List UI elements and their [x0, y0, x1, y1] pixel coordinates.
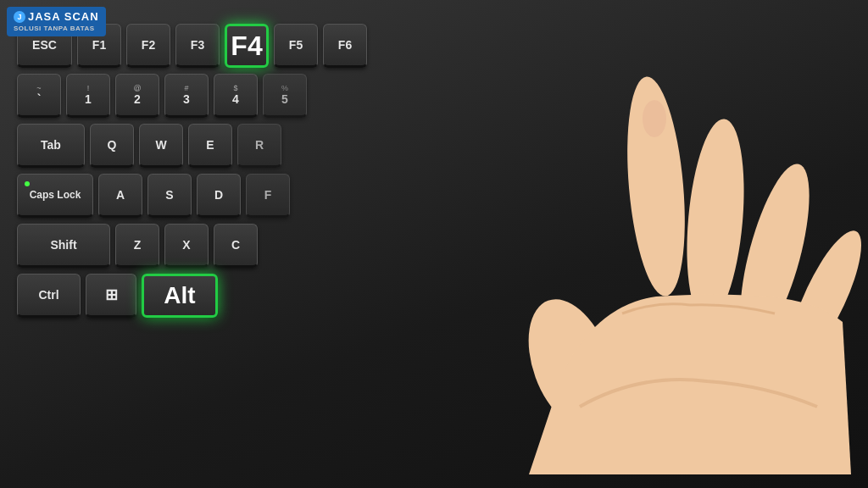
key-5[interactable]: % 5: [263, 74, 307, 118]
key-tilde[interactable]: ~ `: [17, 74, 61, 118]
key-tab[interactable]: Tab: [17, 124, 85, 168]
key-2[interactable]: @ 2: [115, 74, 159, 118]
key-f[interactable]: F: [246, 174, 290, 218]
ctrl-row: Ctrl ⊞ Alt: [17, 274, 851, 318]
key-ctrl[interactable]: Ctrl: [17, 274, 81, 318]
key-a[interactable]: A: [98, 174, 142, 218]
key-f2[interactable]: F2: [126, 24, 170, 68]
number-row: ~ ` ! 1 @ 2 # 3 $ 4 % 5: [17, 74, 851, 118]
key-r[interactable]: R: [237, 124, 281, 168]
key-x[interactable]: X: [164, 224, 209, 268]
key-w[interactable]: W: [139, 124, 183, 168]
key-c[interactable]: C: [214, 224, 258, 268]
key-f4[interactable]: F4: [225, 24, 269, 68]
key-win[interactable]: ⊞: [86, 274, 136, 318]
svg-point-0: [563, 305, 834, 474]
caps-lock-indicator: [25, 181, 30, 186]
key-1[interactable]: ! 1: [66, 74, 110, 118]
logo-sub: SOLUSI TANPA BATAS: [14, 25, 99, 33]
keyboard-background: J JASA SCAN SOLUSI TANPA BATAS ESC F1 F2…: [0, 0, 868, 488]
key-f5[interactable]: F5: [274, 24, 318, 68]
key-shift[interactable]: Shift: [17, 224, 110, 268]
shift-row: Shift Z X C: [17, 224, 851, 268]
key-4[interactable]: $ 4: [214, 74, 258, 118]
logo-brand: JASA SCAN: [28, 10, 99, 25]
key-z[interactable]: Z: [115, 224, 159, 268]
key-e[interactable]: E: [188, 124, 232, 168]
key-caps-lock[interactable]: Caps Lock: [17, 174, 93, 218]
key-f6[interactable]: F6: [323, 24, 367, 68]
key-s[interactable]: S: [147, 174, 192, 218]
key-alt[interactable]: Alt: [142, 274, 218, 318]
key-3[interactable]: # 3: [164, 74, 209, 118]
fn-row: ESC F1 F2 F3 F4 F5 F6: [17, 24, 851, 68]
logo-icon: J: [14, 11, 25, 23]
tab-row: Tab Q W E R: [17, 124, 851, 168]
key-d[interactable]: D: [197, 174, 241, 218]
logo: J JASA SCAN SOLUSI TANPA BATAS: [7, 7, 106, 36]
key-q[interactable]: Q: [90, 124, 134, 168]
caps-row: Caps Lock A S D F: [17, 174, 851, 218]
key-f3[interactable]: F3: [175, 24, 220, 68]
